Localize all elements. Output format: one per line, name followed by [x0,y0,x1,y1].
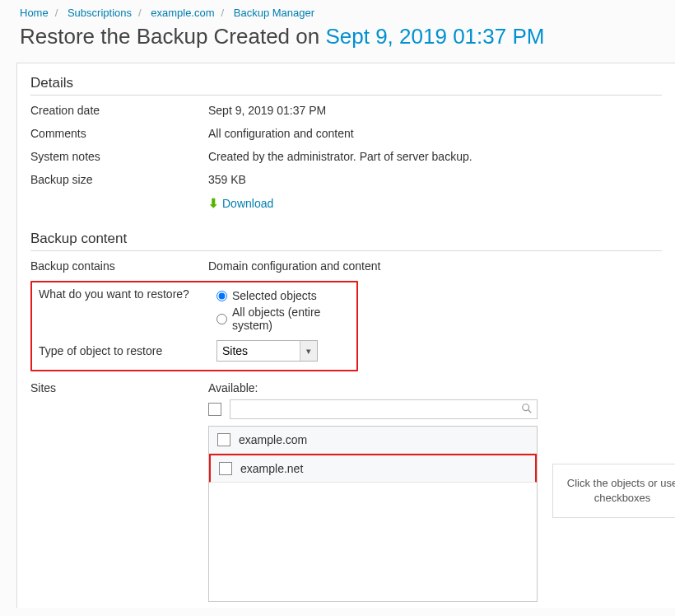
list-item-highlight[interactable]: example.net [209,454,537,483]
list-item[interactable]: example.com [209,427,537,454]
item-checkbox[interactable] [217,433,230,446]
breadcrumb: Home/ Subscriptions/ example.com/ Backup… [0,0,675,22]
breadcrumb-link-backup[interactable]: Backup Manager [234,7,314,19]
backup-content-section: Backup content Backup contains Domain co… [30,231,662,607]
page-title-date: Sept 9, 2019 01:37 PM [325,24,544,49]
what-restore-label: What do you want to restore? [39,287,216,334]
creation-date-value: Sept 9, 2019 01:37 PM [208,104,662,117]
item-label: example.com [239,433,307,446]
selection-hint: Click the objects or use checkboxes [552,464,675,518]
download-label: Download [222,197,273,210]
details-section: Details Creation date Sept 9, 2019 01:37… [30,75,662,216]
restore-options-highlight: What do you want to restore? Selected ob… [30,281,358,371]
radio-all-objects-label: All objects (entire system) [232,306,350,332]
type-of-object-label: Type of object to restore [39,344,216,357]
type-select[interactable]: Sites ▾ [216,340,318,362]
breadcrumb-sep: / [55,7,58,19]
available-list: example.com example.net [208,426,538,602]
chevron-down-icon: ▾ [300,341,317,361]
backup-size-value: 359 KB [208,173,662,186]
backup-content-heading: Backup content [30,231,662,251]
radio-selected-objects[interactable]: Selected objects [216,287,350,304]
details-heading: Details [30,75,662,96]
page-title: Restore the Backup Created on Sept 9, 20… [0,22,675,63]
download-link[interactable]: ⬇ Download [208,196,273,211]
breadcrumb-sep: / [221,7,225,19]
item-label: example.net [240,462,303,475]
system-notes-value: Created by the administrator. Part of se… [208,150,662,163]
page-title-prefix: Restore the Backup Created on [20,24,325,49]
select-all-checkbox[interactable] [208,403,221,416]
search-input[interactable] [230,399,538,419]
radio-all-objects-input[interactable] [216,314,227,324]
available-label: Available: [208,381,538,394]
search-field[interactable] [230,399,538,419]
breadcrumb-link-domain[interactable]: example.com [151,7,214,19]
download-arrow-icon: ⬇ [208,196,219,211]
radio-selected-objects-input[interactable] [216,291,227,301]
main-panel: Details Creation date Sept 9, 2019 01:37… [16,63,675,608]
radio-selected-objects-label: Selected objects [232,289,317,302]
comments-value: All configuration and content [208,127,662,140]
type-select-input[interactable]: Sites [217,341,300,361]
creation-date-label: Creation date [30,104,208,117]
radio-all-objects[interactable]: All objects (entire system) [216,304,350,334]
comments-label: Comments [30,127,208,140]
breadcrumb-sep: / [138,7,142,19]
backup-contains-label: Backup contains [30,259,208,273]
breadcrumb-link-home[interactable]: Home [20,7,49,19]
item-checkbox[interactable] [219,462,232,475]
breadcrumb-link-subscriptions[interactable]: Subscriptions [68,7,132,19]
backup-size-label: Backup size [30,173,208,186]
backup-contains-value: Domain configuration and content [208,259,662,273]
sites-label: Sites [30,381,208,394]
system-notes-label: System notes [30,150,208,163]
